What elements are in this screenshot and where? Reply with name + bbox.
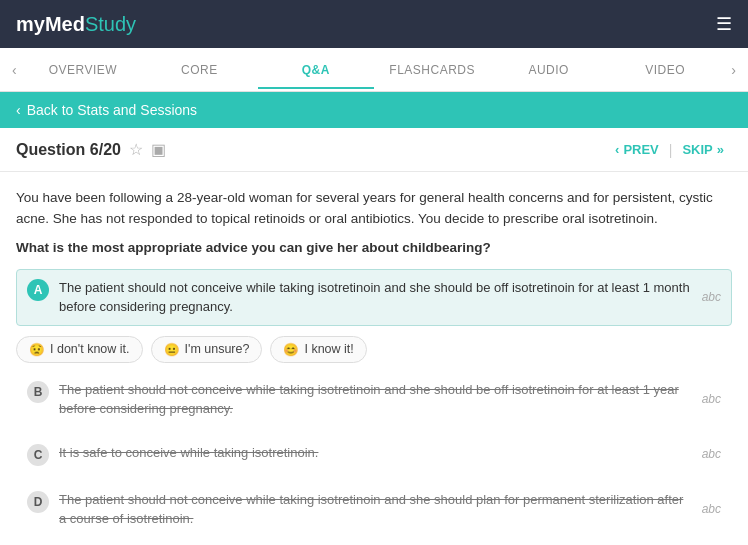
star-icon[interactable]: ☆ [129,140,143,159]
option-d-letter: D [27,491,49,513]
question-number: Question 6/20 [16,141,121,159]
option-b-abc: abc [702,392,721,406]
skip-button[interactable]: SKIP » [674,138,732,161]
document-icon[interactable]: ▣ [151,140,166,159]
option-c-letter: C [27,444,49,466]
tab-qa[interactable]: Q&A [258,51,374,89]
hamburger-icon[interactable]: ☰ [716,13,732,35]
logo-study: Study [85,13,136,36]
option-d-text: The patient should not conceive while ta… [59,490,692,529]
prev-button[interactable]: ‹ PREV [607,138,667,161]
option-a-abc: abc [702,290,721,304]
option-c-abc: abc [702,447,721,461]
logo-my: my [16,13,45,36]
question-header: Question 6/20 ☆ ▣ ‹ PREV | SKIP » [0,128,748,172]
option-a[interactable]: A The patient should not conceive while … [16,269,732,326]
option-d-abc: abc [702,502,721,516]
nav-next-arrow[interactable]: › [723,62,744,78]
unsure-label: I'm unsure? [185,342,250,356]
skip-label: SKIP [682,142,712,157]
divider: | [667,142,675,158]
know-it-label: I know it! [304,342,353,356]
back-text: Back to Stats and Sessions [27,102,197,118]
nav-prev-arrow[interactable]: ‹ [4,62,25,78]
app-header: myMedStudy ☰ [0,0,748,48]
tab-audio[interactable]: AUDIO [490,51,606,89]
back-bar[interactable]: ‹ Back to Stats and Sessions [0,92,748,128]
nav-tabs: ‹ OVERVIEW CORE Q&A FLASHCARDS AUDIO VID… [0,48,748,92]
dont-know-label: I don't know it. [50,342,130,356]
option-d[interactable]: D The patient should not conceive while … [16,481,732,538]
back-arrow-icon: ‹ [16,102,21,118]
option-b-letter: B [27,381,49,403]
tab-video[interactable]: VIDEO [607,51,723,89]
option-c[interactable]: C It is safe to conceive while taking is… [16,434,732,475]
dont-know-button[interactable]: 😟 I don't know it. [16,336,143,363]
know-it-button[interactable]: 😊 I know it! [270,336,366,363]
unsure-button[interactable]: 😐 I'm unsure? [151,336,263,363]
logo-med: Med [45,13,85,36]
tab-core[interactable]: CORE [141,51,257,89]
option-c-text: It is safe to conceive while taking isot… [59,443,692,463]
tab-overview[interactable]: OVERVIEW [25,51,141,89]
prev-label: PREV [623,142,658,157]
question-body: You have been following a 28-year-old wo… [16,188,732,230]
question-left: Question 6/20 ☆ ▣ [16,140,166,159]
prev-chevron-left: ‹ [615,142,619,157]
option-b[interactable]: B The patient should not conceive while … [16,371,732,428]
tab-flashcards[interactable]: FLASHCARDS [374,51,490,89]
question-bold: What is the most appropriate advice you … [16,240,732,255]
question-right: ‹ PREV | SKIP » [607,138,732,161]
confidence-row: 😟 I don't know it. 😐 I'm unsure? 😊 I kno… [16,336,732,363]
skip-chevron-right: » [717,142,724,157]
main-content: You have been following a 28-year-old wo… [0,172,748,545]
logo: myMedStudy [16,13,136,36]
option-b-text: The patient should not conceive while ta… [59,380,692,419]
option-a-text: The patient should not conceive while ta… [59,278,692,317]
option-a-letter: A [27,279,49,301]
